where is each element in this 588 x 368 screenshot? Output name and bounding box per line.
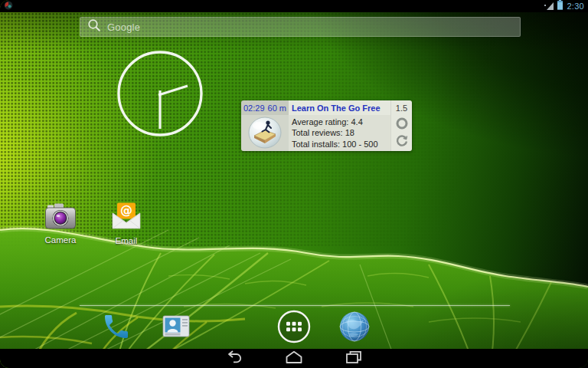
widget-app-title[interactable]: Learn On The Go Free bbox=[289, 100, 390, 115]
recents-button[interactable] bbox=[343, 351, 364, 366]
camera-label: Camera bbox=[45, 235, 77, 245]
widget-icon-cell bbox=[241, 115, 289, 151]
dock-separator bbox=[80, 305, 510, 306]
email-label: Email bbox=[116, 236, 138, 245]
total-installs-line: Total installs: 100 - 500 bbox=[292, 140, 387, 149]
notification-icon bbox=[4, 0, 13, 13]
dock-browser[interactable] bbox=[337, 310, 372, 346]
recents-icon bbox=[344, 350, 364, 368]
widget-updated-time: 02:29 bbox=[243, 104, 265, 113]
app-stats-widget[interactable]: 02:29 60 m Learn On The Go Free 1.5 bbox=[241, 100, 412, 151]
svg-text:@: @ bbox=[120, 203, 132, 218]
back-icon bbox=[224, 350, 244, 368]
search-hint-text: Google bbox=[107, 21, 140, 33]
battery-icon bbox=[557, 0, 564, 13]
dock-people[interactable] bbox=[158, 310, 194, 346]
all-apps-icon bbox=[276, 309, 312, 347]
widget-refresh-interval: 60 m bbox=[268, 104, 286, 113]
signal-icon bbox=[544, 0, 554, 13]
camera-shortcut[interactable]: Camera bbox=[36, 202, 85, 245]
tablet-screen: 2:30 Google 02:29 60 m Learn On The Go F… bbox=[0, 0, 588, 368]
market-link-icon[interactable] bbox=[395, 117, 409, 132]
dock-phone[interactable] bbox=[99, 310, 134, 346]
app-bubble-icon bbox=[247, 116, 283, 151]
analog-clock-widget[interactable] bbox=[115, 48, 205, 139]
magnifier-icon bbox=[87, 18, 101, 35]
refresh-icon[interactable] bbox=[395, 134, 409, 150]
browser-icon bbox=[338, 310, 371, 346]
widget-app-version: 1.5 bbox=[390, 100, 412, 115]
hour-hand bbox=[158, 86, 188, 95]
dock-all-apps[interactable] bbox=[276, 310, 312, 346]
status-bar[interactable]: 2:30 bbox=[0, 0, 588, 12]
widget-stats: Average rating: 4.4 Total reviews: 18 To… bbox=[289, 115, 390, 151]
phone-icon bbox=[101, 311, 132, 345]
total-reviews-line: Total reviews: 18 bbox=[292, 128, 387, 137]
people-icon bbox=[161, 313, 191, 343]
home-icon bbox=[284, 350, 304, 368]
status-time: 2:30 bbox=[567, 2, 584, 11]
camera-icon bbox=[44, 202, 77, 233]
widget-action-column bbox=[390, 115, 412, 151]
analog-clock-face bbox=[115, 48, 205, 139]
back-button[interactable] bbox=[224, 351, 245, 366]
home-button[interactable] bbox=[283, 351, 305, 366]
email-shortcut[interactable]: @ Email bbox=[102, 202, 151, 245]
average-rating-line: Average rating: 4.4 bbox=[292, 117, 387, 127]
email-icon: @ bbox=[110, 202, 142, 234]
google-search-bar[interactable]: Google bbox=[80, 17, 521, 37]
navigation-bar bbox=[0, 349, 588, 368]
widget-header-left: 02:29 60 m bbox=[241, 100, 289, 115]
